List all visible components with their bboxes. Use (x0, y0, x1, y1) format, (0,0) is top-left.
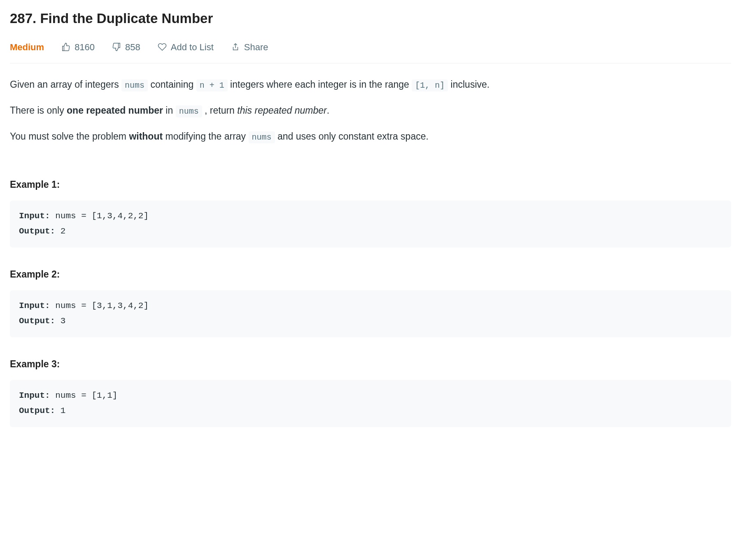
share-button[interactable]: Share (231, 40, 268, 54)
add-to-list-label: Add to List (171, 40, 214, 54)
dislike-button[interactable]: 858 (112, 40, 140, 54)
code-nplus1: n + 1 (196, 79, 228, 91)
share-icon (231, 42, 240, 51)
problem-description: Given an array of integers nums containi… (10, 77, 731, 144)
example-block: Input: nums = [3,1,3,4,2] Output: 3 (10, 290, 731, 337)
thumbs-up-icon (61, 42, 70, 51)
example-block: Input: nums = [1,3,4,2,2] Output: 2 (10, 201, 731, 247)
thumbs-down-icon (112, 42, 121, 51)
meta-row: Medium 8160 858 Add to List Share (10, 40, 731, 63)
example-heading: Example 1: (10, 177, 731, 192)
dislike-count: 858 (125, 40, 140, 54)
code-range: [1, n] (412, 79, 448, 91)
code-nums: nums (176, 105, 202, 117)
example-heading: Example 3: (10, 357, 731, 371)
description-para-2: There is only one repeated number in num… (10, 103, 731, 118)
share-label: Share (244, 40, 268, 54)
description-para-3: You must solve the problem without modif… (10, 129, 731, 144)
code-nums: nums (121, 79, 148, 91)
add-to-list-button[interactable]: Add to List (158, 40, 214, 54)
like-count: 8160 (75, 40, 95, 54)
heart-icon (158, 42, 167, 51)
example-block: Input: nums = [1,1] Output: 1 (10, 380, 731, 427)
difficulty-badge: Medium (10, 40, 44, 54)
problem-title: 287. Find the Duplicate Number (10, 8, 731, 29)
description-para-1: Given an array of integers nums containi… (10, 77, 731, 92)
like-button[interactable]: 8160 (61, 40, 95, 54)
code-nums: nums (249, 131, 275, 143)
example-heading: Example 2: (10, 267, 731, 282)
